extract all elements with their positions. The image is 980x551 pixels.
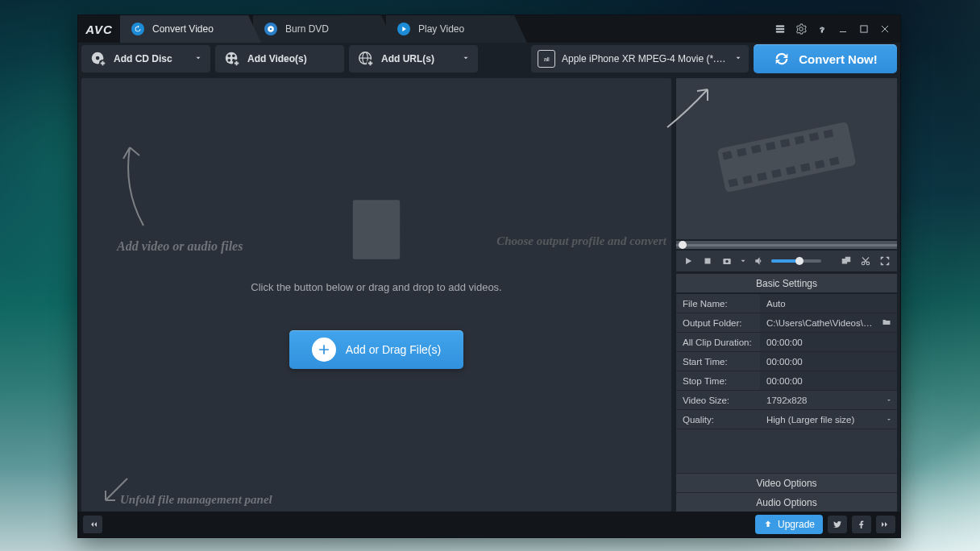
chevron-down-icon[interactable]: [739, 254, 747, 268]
film-reel-icon: [698, 109, 875, 209]
upgrade-label: Upgrade: [778, 519, 815, 530]
add-or-drag-files-button[interactable]: Add or Drag File(s): [289, 330, 463, 369]
settings-empty: [676, 429, 897, 473]
tab-label: Convert Video: [152, 23, 214, 35]
svg-rect-4: [776, 31, 783, 32]
setting-value[interactable]: 00:00:00: [760, 371, 897, 390]
svg-point-14: [228, 55, 231, 58]
add-cd-disc-button[interactable]: Add CD Disc: [81, 45, 210, 72]
maximize-icon[interactable]: [855, 21, 873, 37]
convert-label: Convert Now!: [799, 52, 878, 66]
svg-rect-28: [348, 223, 351, 229]
quality-select[interactable]: High (Larger file size): [760, 410, 897, 429]
stop-button[interactable]: [700, 254, 715, 268]
svg-point-16: [228, 59, 231, 62]
toolbar: Add CD Disc Add Video(s) Add URL(s) all …: [78, 43, 900, 75]
add-videos-button[interactable]: Add Video(s): [215, 45, 344, 72]
svg-point-11: [96, 56, 100, 60]
profile-label: Apple iPhone XR MPEG-4 Movie (*.m…: [562, 53, 728, 64]
body: Add video or audio files Choose output p…: [78, 75, 900, 512]
play-icon: [397, 23, 410, 35]
tab-convert-video[interactable]: Convert Video: [120, 15, 261, 43]
detach-icon[interactable]: [839, 254, 853, 268]
minimize-icon[interactable]: [834, 21, 852, 37]
setting-value[interactable]: C:\Users\Cathe\Videos\…: [760, 313, 897, 332]
setting-key: Video Size:: [676, 391, 760, 409]
setting-row-output-folder: Output Folder: C:\Users\Cathe\Videos\…: [676, 313, 897, 333]
facebook-icon[interactable]: [852, 516, 871, 533]
select-value: High (Larger file size): [766, 415, 854, 425]
audio-options-button[interactable]: Audio Options: [676, 492, 897, 512]
svg-rect-7: [861, 26, 867, 32]
globe-plus-icon: [357, 50, 375, 68]
setting-value[interactable]: 00:00:00: [760, 352, 897, 371]
collapse-panel-button[interactable]: [83, 516, 102, 533]
add-urls-button[interactable]: Add URL(s): [349, 45, 478, 72]
select-value: 1792x828: [766, 396, 808, 405]
svg-rect-30: [348, 244, 351, 250]
plus-circle-icon: [312, 338, 336, 362]
close-icon[interactable]: [876, 21, 894, 37]
tab-play-video[interactable]: Play Video: [386, 15, 527, 43]
drop-zone[interactable]: Add video or audio files Choose output p…: [81, 78, 671, 512]
chevron-down-icon: [886, 396, 892, 405]
seek-thumb[interactable]: [679, 241, 687, 249]
svg-rect-34: [401, 234, 405, 239]
tool-label: Add Video(s): [247, 53, 307, 64]
setting-row-start-time: Start Time: 00:00:00: [676, 352, 897, 371]
preview-area: [676, 78, 897, 239]
fullscreen-icon[interactable]: [878, 254, 892, 268]
profile-all-icon: all: [538, 50, 555, 68]
convert-now-button[interactable]: Convert Now!: [754, 44, 897, 73]
folder-icon[interactable]: [881, 317, 892, 329]
svg-rect-57: [845, 257, 849, 261]
play-button[interactable]: [681, 254, 696, 268]
player-controls: [676, 251, 897, 271]
setting-key: Quality:: [676, 410, 760, 429]
drop-zone-text: Click the button below or drag and drop …: [251, 281, 501, 293]
disc-plus-icon: [89, 50, 107, 68]
setting-key: All Clip Duration:: [676, 333, 760, 351]
tabs: Convert Video Burn DVD Play Video: [120, 15, 771, 43]
chevron-down-icon: [462, 53, 470, 64]
menu-icon[interactable]: [771, 21, 789, 37]
titlebar-controls: ?: [771, 21, 900, 37]
svg-rect-36: [717, 122, 857, 193]
setting-row-stop-time: Stop Time: 00:00:00: [676, 371, 897, 391]
volume-slider[interactable]: [771, 259, 821, 263]
video-options-button[interactable]: Video Options: [676, 473, 897, 492]
setting-key: File Name:: [676, 294, 760, 313]
volume-icon[interactable]: [752, 254, 766, 268]
snapshot-button[interactable]: [720, 254, 734, 268]
tab-burn-dvd[interactable]: Burn DVD: [253, 15, 394, 43]
setting-row-filename: File Name: Auto: [676, 294, 897, 313]
setting-value[interactable]: Auto: [760, 294, 897, 313]
settings-icon[interactable]: [792, 21, 810, 37]
svg-rect-29: [348, 234, 351, 239]
svg-rect-26: [348, 202, 351, 208]
svg-rect-53: [705, 259, 711, 264]
add-button-label: Add or Drag File(s): [346, 343, 441, 356]
upgrade-button[interactable]: Upgrade: [755, 515, 823, 534]
svg-rect-3: [776, 28, 783, 29]
svg-point-55: [725, 260, 729, 263]
cut-icon[interactable]: [858, 254, 873, 268]
output-profile-select[interactable]: all Apple iPhone XR MPEG-4 Movie (*.m…: [531, 45, 749, 72]
svg-rect-23: [353, 200, 401, 259]
help-icon[interactable]: ?: [813, 21, 831, 37]
status-bar: Upgrade: [78, 512, 900, 537]
seek-bar[interactable]: [676, 241, 897, 249]
expand-panel-button[interactable]: [876, 516, 895, 533]
hint-text: Add video or audio files: [117, 239, 243, 254]
setting-key: Output Folder:: [676, 313, 760, 332]
setting-row-clip-duration: All Clip Duration: 00:00:00: [676, 333, 897, 352]
video-size-select[interactable]: 1792x828: [760, 391, 897, 409]
film-plus-icon: [223, 50, 241, 68]
setting-row-quality: Quality: High (Larger file size): [676, 410, 897, 429]
tab-label: Burn DVD: [285, 23, 329, 35]
basic-settings-panel: File Name: Auto Output Folder: C:\Users\…: [676, 294, 897, 512]
svg-rect-32: [401, 213, 405, 218]
twitter-icon[interactable]: [828, 516, 847, 533]
convert-icon: [773, 50, 791, 68]
disc-icon: [264, 23, 277, 35]
